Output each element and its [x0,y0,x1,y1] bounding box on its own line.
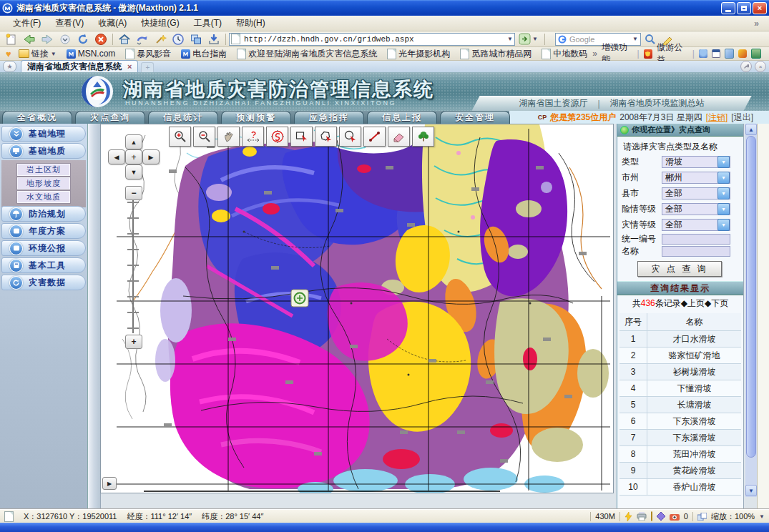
boost-lightning-icon[interactable] [624,512,632,521]
v-badge-icon[interactable] [738,49,747,58]
menu-groups[interactable]: 快捷组(G) [134,16,186,31]
circle-select-tool[interactable] [339,127,361,147]
new-tab-ghost-button[interactable]: + [141,62,154,72]
eraser-tool[interactable] [388,127,410,147]
select-caret-icon[interactable]: ▼ [717,172,730,184]
link-radio[interactable]: 电台指南 [176,48,232,60]
go-button[interactable]: ▼ [519,33,538,45]
table-row[interactable]: 8荒田冲滑坡 [619,446,741,463]
link-windows-button[interactable] [187,32,205,46]
url-dropdown-icon[interactable]: ▼ [507,36,513,42]
select-caret-icon[interactable]: ▼ [717,156,730,168]
menu-view[interactable]: 查看(V) [48,16,91,31]
page-zoom-control[interactable]: 缩放：100% [711,511,755,522]
user-icon[interactable] [699,49,707,58]
prev-page-link[interactable]: ◆上页 [681,297,705,310]
sidebar-subitem-terrain-slope[interactable]: 地形坡度 [17,177,70,189]
table-row[interactable]: 7下东溪滑坡 [619,430,741,446]
nav-tab-statistics[interactable]: 信息统计 [148,111,218,124]
pan-down-button[interactable]: ▼ [125,164,142,179]
sidebar-subitem-rock-zoning[interactable]: 岩土区划 [17,164,70,176]
menu-favorites[interactable]: 收藏(A) [91,16,134,31]
exit-link[interactable]: [退出] [731,112,753,124]
geological-map[interactable] [101,124,613,493]
link-land-resources-dept[interactable]: 湖南省国土资源厅 [519,97,587,109]
menu-overflow-chevron-icon[interactable]: » [750,19,763,29]
links-folder-button[interactable]: 链接 ▼ [14,48,62,60]
next-page-link[interactable]: ◆下页 [705,297,728,310]
undo-button[interactable] [134,32,151,46]
link-baofeng[interactable]: 暴风影音 [120,48,176,60]
maxthon-shield-icon[interactable] [644,49,653,59]
table-row[interactable]: 6下东溪滑坡 [619,413,741,430]
sidebar-item-base-geography[interactable]: 基础地理 [1,126,86,142]
close-tab-round-icon[interactable]: × [755,61,766,72]
table-row[interactable]: 2骆家恒矿滑地 [619,348,741,364]
window-icon[interactable] [712,49,720,58]
tools-wrench-icon[interactable] [740,61,752,72]
menu-help[interactable]: 帮助(H) [229,16,273,31]
link-zhongdi[interactable]: 中地数码 [537,48,592,60]
folder-status-icon[interactable] [651,512,652,521]
link-city[interactable]: 觅路城市精品网 [455,48,537,60]
type-select[interactable]: 滑坡 ▼ [662,156,730,168]
disaster-query-button[interactable]: 灾 点 查 询 [637,261,722,277]
zoom-in-tool[interactable] [169,127,191,147]
magic-wand-button[interactable] [152,32,169,46]
map-viewport[interactable]: ▲ ◀ + ▶ ▼ − + ▶ [100,124,614,493]
back-button[interactable] [21,32,38,46]
select-caret-icon[interactable]: ▼ [717,187,730,200]
sidebar-item-prevention-plan[interactable]: 防治规划 [1,206,86,222]
pan-tool[interactable] [217,127,240,147]
download-button[interactable] [205,32,222,46]
link-welcome-system[interactable]: 欢迎登陆湖南省地质灾害信息系统 [232,48,382,60]
zoom-out-tool[interactable] [193,127,215,147]
table-row[interactable]: 5长塘滑坡 [619,397,741,413]
unified-id-input[interactable] [662,234,730,245]
scroll-up-icon[interactable]: ▲ [745,124,757,135]
forward-button[interactable] [39,32,56,46]
scrollbar-thumb[interactable] [746,136,756,458]
collector-heart-icon[interactable]: ♥ [4,49,14,59]
draw-line-tool[interactable] [363,127,386,147]
sidebar-item-annual-plan[interactable]: 年度方案 [1,223,86,239]
note-icon[interactable] [725,49,735,59]
menu-tools[interactable]: 工具(T) [187,16,229,31]
go-dropdown-icon[interactable]: ▼ [532,36,538,42]
polygon-select-tool[interactable] [315,127,337,147]
scroll-down-icon[interactable]: ▼ [745,485,757,496]
link-msn[interactable]: MSN.com [62,49,121,59]
links-overflow-chevron-icon[interactable]: » [592,49,597,59]
pan-up-button[interactable]: ▲ [125,134,142,149]
link-geo-env-station[interactable]: 湖南省地质环境监测总站 [610,97,705,109]
active-page-tab[interactable]: 湖南省地质灾害信息系统 × [21,60,138,72]
vertical-scrollbar[interactable]: ▲ ▼ [745,124,757,497]
nav-tab-security[interactable]: 安全管理 [440,111,510,124]
sidebar-item-env-bulletin[interactable]: 环境公报 [1,240,86,256]
measure-distance-tool[interactable] [242,127,264,147]
nav-tab-emergency[interactable]: 应急指挥 [294,111,364,124]
restore-button[interactable] [737,2,751,14]
stop-button[interactable] [92,32,109,46]
url-input[interactable] [243,34,505,44]
diamond-plugin-icon[interactable] [657,512,665,521]
history-dropdown-icon[interactable] [57,32,74,46]
printer-icon[interactable] [637,512,647,521]
table-row[interactable]: 9黄花岭滑坡 [619,463,741,479]
select-caret-icon[interactable]: ▼ [717,219,730,231]
building-icon[interactable] [751,49,761,59]
home-button[interactable] [116,32,133,46]
layer-tree-tool[interactable] [412,127,434,147]
rect-select-tool[interactable] [290,127,313,147]
risk-level-select[interactable]: 全部 ▼ [662,203,730,215]
compass-s-tool[interactable] [266,127,288,147]
menu-file[interactable]: 文件(F) [6,16,48,31]
sidebar-item-disaster-data[interactable]: 灾害数据 [1,275,86,290]
nav-tab-info-report[interactable]: 信息上报 [367,111,437,124]
severity-level-select[interactable]: 全部 ▼ [662,219,730,231]
minimize-button[interactable] [721,2,735,14]
table-row[interactable]: 3衫树垅滑坡 [619,364,741,380]
nav-tab-disaster-query[interactable]: 灾点查询 [75,111,145,124]
pan-left-button[interactable]: ◀ [108,149,125,164]
select-caret-icon[interactable]: ▼ [717,203,730,215]
